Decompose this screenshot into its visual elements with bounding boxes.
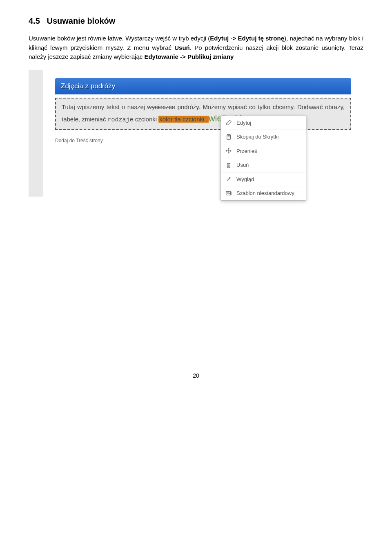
trash-icon: [225, 162, 232, 168]
menu-item-edit[interactable]: Edytuj: [221, 116, 306, 130]
section-title: Usuwanie bloków: [47, 16, 115, 25]
menu-item-appearance[interactable]: Wygląd: [221, 172, 306, 187]
screenshot-leftbar: [29, 70, 43, 197]
section-number: 4.5: [29, 16, 40, 25]
brush-icon: [225, 176, 232, 182]
strikethrough-text: wycieczce: [147, 103, 175, 110]
screenshot-inner: Zdjęcia z podróży Tutaj wpiszemy tekst o…: [43, 70, 363, 144]
clipboard-icon: [225, 134, 232, 140]
body-paragraph: Usuwanie boków jest równie łatwe. Wystar…: [29, 34, 363, 62]
content-block[interactable]: Tutaj wpiszemy tekst o naszej wycieczce …: [55, 98, 351, 130]
add-to-content-link[interactable]: Dodaj do Treść strony: [55, 135, 351, 143]
screenshot: Zdjęcia z podróży Tutaj wpiszemy tekst o…: [29, 70, 363, 144]
section-heading: 4.5 Usuwanie bloków: [29, 16, 363, 26]
menu-item-copy[interactable]: Skopiuj do Skrytki: [221, 130, 306, 144]
menu-item-delete[interactable]: Usuń: [221, 158, 306, 172]
context-menu: Edytuj Skopiuj do Skrytki Przenieś: [220, 116, 306, 201]
block-title-bar: Zdjęcia z podróży: [55, 78, 351, 94]
template-icon: [225, 190, 232, 197]
move-icon: [225, 148, 232, 154]
menu-item-move[interactable]: Przenieś: [221, 144, 306, 159]
pencil-icon: [225, 119, 232, 126]
block-title: Zdjęcia z podróży: [61, 82, 115, 90]
mono-text: rodzaje: [108, 116, 134, 123]
page-number: 20: [29, 372, 363, 379]
highlighted-text: kolor tła czcionki ,: [158, 116, 208, 123]
menu-item-template[interactable]: Szablon niestandardowy: [221, 186, 306, 200]
